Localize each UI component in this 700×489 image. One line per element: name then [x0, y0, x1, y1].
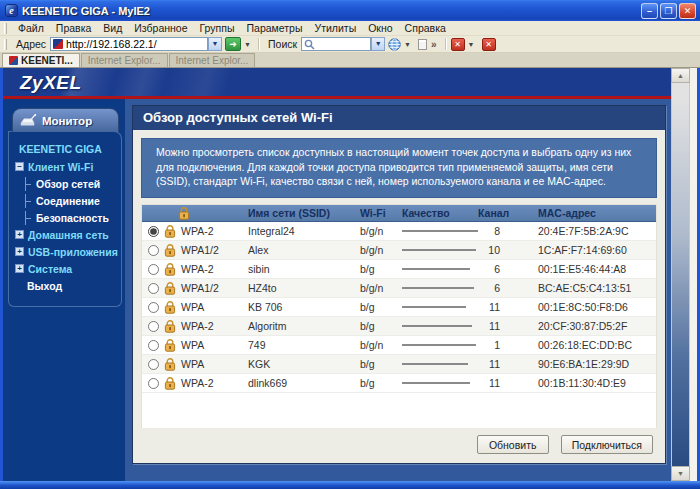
- security-cell: WPA1/2: [164, 282, 248, 295]
- globe-dropdown-icon[interactable]: ▼: [401, 41, 414, 48]
- menu-item[interactable]: Параметры: [241, 22, 309, 34]
- globe-icon[interactable]: [388, 38, 401, 51]
- collapse-icon[interactable]: −: [15, 162, 24, 171]
- search-field: [301, 37, 371, 51]
- expand-icon[interactable]: +: [15, 247, 24, 256]
- address-dropdown-icon[interactable]: ▼: [208, 37, 222, 51]
- lock-icon: [164, 244, 176, 257]
- address-input[interactable]: [66, 38, 207, 50]
- security-type: WPA-2: [181, 320, 213, 332]
- connect-button[interactable]: Подключиться: [561, 435, 653, 454]
- network-row[interactable]: WPA-2dlink669b/g1100:1B:11:30:4D:E9: [142, 374, 656, 393]
- wifi-standard-cell: b/g: [360, 263, 402, 275]
- channel-cell: 6: [478, 263, 524, 275]
- network-row[interactable]: WPA-2Integral24b/g/n820:4E:7F:5B:2A:9C: [142, 222, 656, 241]
- browser-viewport: ZyXEL Монитор KEENETIC GIGA−Клиент Wi-Fi…: [3, 68, 697, 481]
- sidebar-item[interactable]: KEENETIC GIGA: [15, 140, 119, 157]
- expand-icon[interactable]: +: [15, 230, 24, 239]
- sidebar-item[interactable]: −Клиент Wi-Fi: [15, 158, 119, 175]
- header-channel: Канал: [478, 207, 524, 219]
- browser-tab[interactable]: KEENETI...: [2, 53, 80, 67]
- network-row[interactable]: WPA749b/g/n100:26:18:EC:DD:BC: [142, 336, 656, 355]
- network-row[interactable]: WPA1/2HZ4tob/g/n6BC:AE:C5:C4:13:51: [142, 279, 656, 298]
- content-panel: Обзор доступных сетей Wi-Fi Можно просмо…: [132, 105, 666, 464]
- sidebar-item[interactable]: Обзор сетей: [15, 175, 119, 192]
- menu-item[interactable]: Избранное: [128, 22, 193, 34]
- sidebar-item[interactable]: +Домашняя сеть: [15, 226, 119, 243]
- mac-cell: 00:26:18:EC:DD:BC: [524, 339, 656, 351]
- network-select-radio[interactable]: [148, 359, 159, 370]
- scroll-down-icon[interactable]: ▼: [671, 466, 690, 481]
- quality-bar: [402, 363, 468, 365]
- stop-dropdown-icon[interactable]: ▼: [465, 41, 478, 48]
- sidebar: Монитор KEENETIC GIGA−Клиент Wi-FiОбзор …: [3, 99, 125, 481]
- toolbar-overflow-icon[interactable]: »: [427, 39, 441, 50]
- network-select-radio[interactable]: [148, 321, 159, 332]
- stop-button[interactable]: ✕: [451, 38, 465, 51]
- quality-bar: [402, 230, 478, 232]
- browser-tab[interactable]: Internet Explor...: [81, 53, 168, 67]
- menu-item[interactable]: Правка: [50, 22, 97, 34]
- menu-item[interactable]: Файл: [12, 22, 50, 34]
- maximize-button[interactable]: ❐: [660, 3, 677, 19]
- network-row[interactable]: WPA1/2Alexb/g/n101C:AF:F7:14:69:60: [142, 241, 656, 260]
- quality-cell: [402, 344, 478, 346]
- ssid-cell: sibin: [248, 263, 360, 275]
- security-cell: WPA: [164, 301, 248, 314]
- network-select-radio[interactable]: [148, 226, 159, 237]
- network-select-radio[interactable]: [148, 378, 159, 389]
- menu-item[interactable]: Справка: [399, 22, 452, 34]
- tab-monitor[interactable]: Монитор: [12, 108, 119, 132]
- menu-item[interactable]: Окно: [362, 22, 398, 34]
- site-favicon-icon: [53, 39, 63, 49]
- select-cell: [142, 378, 164, 389]
- scroll-up-icon[interactable]: ▲: [671, 68, 690, 83]
- toolbar-grip[interactable]: [4, 39, 7, 50]
- security-cell: WPA: [164, 339, 248, 352]
- close-tab-button[interactable]: ✕: [482, 38, 496, 51]
- page-icon[interactable]: [418, 39, 427, 50]
- network-select-radio[interactable]: [148, 283, 159, 294]
- expand-icon[interactable]: +: [15, 264, 24, 273]
- lock-icon: [178, 207, 190, 220]
- sidebar-item[interactable]: +USB-приложения: [15, 243, 119, 260]
- channel-cell: 11: [478, 377, 524, 389]
- search-label: Поиск: [264, 38, 301, 50]
- close-button[interactable]: ✕: [679, 3, 696, 19]
- networks-table: Имя сети (SSID) Wi-Fi Качество Канал MAC…: [141, 204, 657, 428]
- security-cell: WPA-2: [164, 225, 248, 238]
- go-dropdown-icon[interactable]: ▼: [241, 41, 254, 48]
- network-row[interactable]: WPA-2Algoritmb/g1120:CF:30:87:D5:2F: [142, 317, 656, 336]
- minimize-button[interactable]: –: [641, 3, 658, 19]
- scrollbar-track[interactable]: [671, 83, 690, 466]
- menu-item[interactable]: Вид: [97, 22, 128, 34]
- network-select-radio[interactable]: [148, 302, 159, 313]
- menu-item[interactable]: Утилиты: [309, 22, 363, 34]
- network-select-radio[interactable]: [148, 245, 159, 256]
- network-row[interactable]: WPAKGKb/g1190:E6:BA:1E:29:9D: [142, 355, 656, 374]
- ssid-cell: KB 706: [248, 301, 360, 313]
- network-row[interactable]: WPA-2sibinb/g600:1E:E5:46:44:A8: [142, 260, 656, 279]
- sidebar-item[interactable]: Соединение: [15, 192, 119, 209]
- channel-cell: 8: [478, 225, 524, 237]
- sidebar-item[interactable]: Выход: [15, 277, 119, 294]
- go-button[interactable]: ➜: [225, 37, 241, 51]
- select-cell: [142, 359, 164, 370]
- network-row[interactable]: WPAKB 706b/g1100:1E:8C:50:F8:D6: [142, 298, 656, 317]
- menu-item[interactable]: Группы: [194, 22, 241, 34]
- vertical-scrollbar[interactable]: ▲ ▼: [671, 68, 690, 481]
- search-input[interactable]: [316, 38, 370, 50]
- network-select-radio[interactable]: [148, 264, 159, 275]
- quality-bar: [402, 268, 470, 270]
- search-dropdown-icon[interactable]: ▼: [371, 37, 385, 51]
- action-buttons: Обновить Подключиться: [133, 428, 665, 463]
- network-select-radio[interactable]: [148, 340, 159, 351]
- refresh-button[interactable]: Обновить: [477, 435, 549, 454]
- toolbar-grip[interactable]: [4, 23, 7, 34]
- sidebar-item-label: Выход: [27, 280, 62, 292]
- sidebar-item[interactable]: +Система: [15, 260, 119, 277]
- browser-tab[interactable]: Internet Explor...: [169, 53, 256, 67]
- ssid-cell: Algoritm: [248, 320, 360, 332]
- menu-bar: ФайлПравкаВидИзбранноеГруппыПараметрыУти…: [0, 21, 700, 36]
- sidebar-item[interactable]: Безопасность: [15, 209, 119, 226]
